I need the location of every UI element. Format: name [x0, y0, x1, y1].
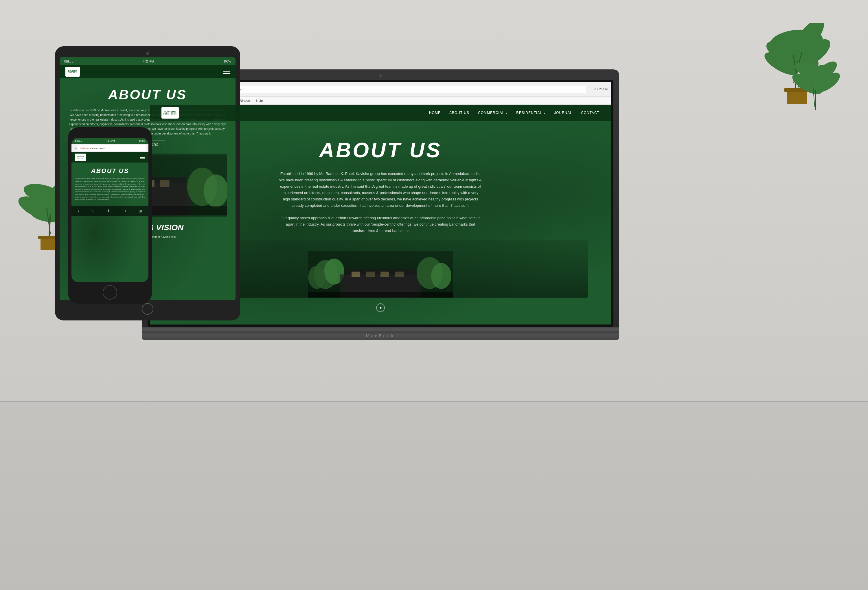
browser-status-time: Tue 2:28 PM	[591, 88, 608, 91]
tablet-time: 4:21 PM	[143, 60, 154, 63]
phone-site-viewport: BELL ᵧ 4:01 PM 100% aA Not Secure kavish…	[71, 138, 148, 282]
svg-rect-38	[395, 271, 404, 277]
table-surface	[0, 402, 868, 590]
page-title: ABOUT US	[319, 138, 442, 162]
phone-forward-icon[interactable]: ›	[92, 208, 94, 213]
phone-logo[interactable]: KAVISHA BORN · BUILD	[75, 153, 86, 161]
svg-rect-41	[308, 292, 453, 298]
commercial-dropdown-arrow: ▾	[506, 112, 508, 115]
menu-window[interactable]: Window	[239, 99, 250, 102]
phone-about-text: Established in 1999 by Mr. Ramesh K. Pat…	[75, 178, 145, 201]
phone-outer-frame: BELL ᵧ 4:01 PM 100% aA Not Secure kavish…	[68, 127, 152, 304]
residential-dropdown-arrow: ▾	[544, 112, 545, 115]
phone-device: BELL ᵧ 4:01 PM 100% aA Not Secure kavish…	[68, 127, 152, 304]
phone-url-text: kavishacorp.com	[90, 147, 105, 149]
phone-screen: BELL ᵧ 4:01 PM 100% aA Not Secure kavish…	[71, 138, 148, 282]
tablet-page-title: ABOUT US	[68, 87, 227, 102]
svg-rect-35	[351, 271, 360, 277]
logo-tagline: BORN · BUILD	[164, 114, 177, 115]
hamburger-line-1	[223, 70, 230, 70]
phone-not-secure: Not Secure	[80, 147, 89, 149]
svg-rect-37	[381, 271, 389, 277]
scroll-indicator[interactable]: ▾	[376, 303, 385, 312]
laptop-hinge	[142, 327, 619, 332]
menu-help[interactable]: Help	[256, 99, 263, 102]
address-bar[interactable]: Not Secure — kavishacorp.com	[197, 86, 586, 93]
tablet-logo[interactable]: KAVISHA BORN · BUILD	[65, 67, 80, 77]
nav-home[interactable]: HOME	[429, 110, 441, 116]
tablet-nav-bar: KAVISHA BORN · BUILD	[60, 65, 236, 78]
phone-home-button[interactable]	[103, 285, 117, 299]
phone-share-icon[interactable]: ⬆	[106, 208, 110, 213]
phone-hamburger-menu[interactable]	[140, 156, 145, 159]
svg-point-32	[308, 266, 325, 289]
tablet-carrier: BELL ᵧ	[64, 60, 73, 63]
phone-page-content: ABOUT US Established in 1999 by Mr. Rame…	[71, 162, 148, 206]
tablet-camera	[146, 52, 149, 55]
tablet-logo-text: KAVISHA	[68, 70, 77, 72]
phone-url-input[interactable]: Not Secure kavishacorp.com	[78, 145, 146, 151]
nav-about[interactable]: ABOUT US	[449, 110, 469, 116]
nav-contact[interactable]: CONTACT	[581, 110, 599, 116]
tablet-logo-tagline: BORN · BUILD	[68, 72, 77, 74]
phone-hamburger-line-2	[140, 157, 145, 158]
about-paragraph-1: Established in 1999 by Mr. Ramesh K. Pat…	[279, 171, 482, 209]
phone-nav-bar: KAVISHA BORN · BUILD	[71, 152, 148, 162]
phone-hamburger-line-1	[140, 156, 145, 156]
about-paragraph-2: Our quality based approach & our efforts…	[279, 215, 482, 234]
phone-status-bar: BELL ᵧ 4:01 PM 100%	[71, 138, 148, 144]
phone-bottom-bar: ‹ › ⬆ □ ⊞	[71, 206, 148, 216]
tablet-home-button[interactable]	[142, 303, 154, 315]
phone-bookmark-icon[interactable]: □	[123, 208, 125, 213]
tablet-battery: 100%	[223, 60, 231, 63]
svg-rect-50	[160, 180, 170, 187]
phone-notch	[98, 131, 121, 136]
tablet-status-bar: BELL ᵧ 4:21 PM 100%	[60, 57, 236, 65]
phone-address-bar: aA Not Secure kavishacorp.com	[71, 144, 148, 152]
nav-residential[interactable]: RESIDENTIAL ▾	[516, 110, 545, 116]
laptop-brand-label: MacBook	[142, 332, 619, 338]
hamburger-line-3	[223, 73, 230, 74]
phone-hamburger-line-3	[140, 158, 145, 159]
laptop-site-nav: KAVISHA BORN · BUILD HOME ABOUT US COMME…	[150, 105, 611, 121]
scene: ‹ › ↻ Not Secure — kavishacorp.com Tue 2…	[0, 0, 868, 590]
svg-point-40	[431, 263, 451, 289]
nav-commercial[interactable]: COMMERCIAL ▾	[478, 110, 508, 116]
svg-rect-36	[366, 271, 375, 277]
phone-time: 4:01 PM	[106, 140, 115, 142]
laptop-keyboard-base: MacBook	[142, 332, 619, 340]
phone-battery: 100%	[139, 140, 145, 142]
phone-tabs-icon[interactable]: ⊞	[139, 208, 142, 213]
phone-carrier: BELL ᵧ	[75, 140, 82, 142]
phone-logo-tagline: BORN · BUILD	[77, 158, 84, 159]
nav-journal[interactable]: JOURNAL	[554, 110, 572, 116]
site-logo[interactable]: KAVISHA BORN · BUILD	[161, 107, 179, 119]
laptop-camera	[379, 74, 382, 78]
site-navigation: HOME ABOUT US COMMERCIAL ▾ RESIDENTIAL ▾	[429, 110, 599, 116]
table-edge	[0, 401, 868, 402]
phone-back-icon[interactable]: ‹	[78, 208, 79, 213]
hamburger-menu[interactable]	[223, 70, 230, 74]
hamburger-line-2	[223, 71, 230, 72]
phone-page-title: ABOUT US	[75, 167, 145, 175]
phone-aa-label: aA	[74, 147, 77, 149]
